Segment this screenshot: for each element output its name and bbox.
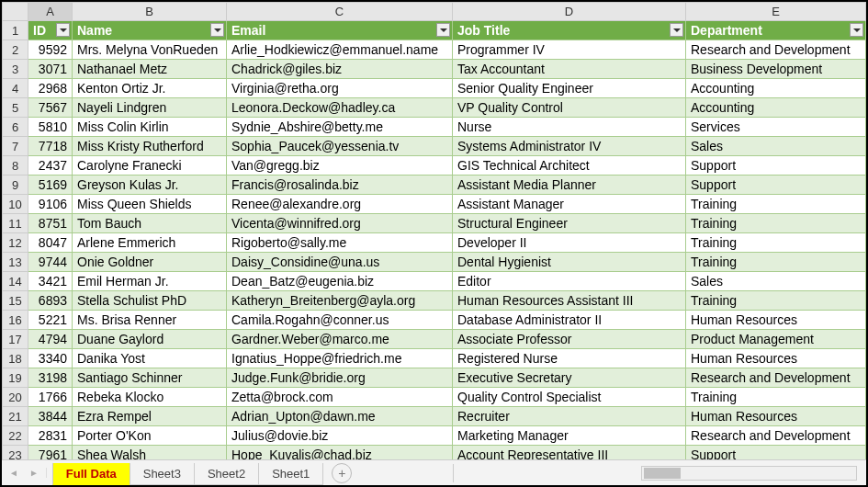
- cell-email[interactable]: Judge.Funk@bridie.org: [227, 368, 453, 388]
- cell-dept[interactable]: Support: [686, 176, 866, 195]
- row-heading[interactable]: 19: [3, 368, 28, 388]
- cell-id[interactable]: 8047: [28, 233, 73, 253]
- cell-dept[interactable]: Services: [686, 118, 866, 137]
- cell-name[interactable]: Nayeli Lindgren: [73, 98, 227, 118]
- cell-name[interactable]: Nathanael Metz: [73, 60, 227, 79]
- cell-id[interactable]: 5810: [28, 118, 73, 137]
- cell-name[interactable]: Stella Schulist PhD: [73, 291, 227, 311]
- cell-email[interactable]: Adrian_Upton@dawn.me: [227, 407, 453, 426]
- sheet-tab[interactable]: Sheet1: [258, 463, 323, 485]
- row-heading[interactable]: 5: [3, 98, 28, 118]
- cell-email[interactable]: Francis@rosalinda.biz: [227, 176, 453, 195]
- cell-dept[interactable]: Support: [686, 156, 866, 176]
- cell-job[interactable]: GIS Technical Architect: [453, 156, 686, 176]
- cell-job[interactable]: Programmer IV: [453, 40, 686, 60]
- filter-dropdown-icon[interactable]: [436, 23, 450, 37]
- cell-id[interactable]: 1766: [28, 388, 73, 407]
- sheet-nav-arrows[interactable]: ◄ ►: [2, 468, 47, 478]
- cell-job[interactable]: Associate Professor: [453, 330, 686, 349]
- cell-id[interactable]: 3071: [28, 60, 73, 79]
- cell-email[interactable]: Rigoberto@sally.me: [227, 233, 453, 253]
- cell-name[interactable]: Miss Kristy Rutherford: [73, 137, 227, 156]
- cell-job[interactable]: Executive Secretary: [453, 368, 686, 388]
- cell-email[interactable]: Ignatius_Hoppe@friedrich.me: [227, 349, 453, 368]
- cell-id[interactable]: 7567: [28, 98, 73, 118]
- cell-dept[interactable]: Research and Development: [686, 368, 866, 388]
- cell-job[interactable]: Registered Nurse: [453, 349, 686, 368]
- cell-dept[interactable]: Human Resources: [686, 311, 866, 330]
- cell-name[interactable]: Tom Bauch: [73, 214, 227, 233]
- cell-email[interactable]: Renee@alexandre.org: [227, 195, 453, 214]
- row-heading[interactable]: 17: [3, 330, 28, 349]
- row-heading[interactable]: 16: [3, 311, 28, 330]
- cell-email[interactable]: Camila.Rogahn@conner.us: [227, 311, 453, 330]
- cell-dept[interactable]: Training: [686, 388, 866, 407]
- row-heading[interactable]: 9: [3, 176, 28, 195]
- cell-name[interactable]: Arlene Emmerich: [73, 233, 227, 253]
- cell-id[interactable]: 3844: [28, 407, 73, 426]
- horizontal-scrollbar[interactable]: [641, 466, 857, 481]
- header-cell-email[interactable]: Email: [227, 21, 453, 40]
- cell-email[interactable]: Julius@dovie.biz: [227, 426, 453, 446]
- cell-email[interactable]: Zetta@brock.com: [227, 388, 453, 407]
- cell-job[interactable]: Marketing Manager: [453, 426, 686, 446]
- cell-job[interactable]: Assistant Manager: [453, 195, 686, 214]
- cell-dept[interactable]: Business Development: [686, 60, 866, 79]
- cell-job[interactable]: Tax Accountant: [453, 60, 686, 79]
- cell-name[interactable]: Duane Gaylord: [73, 330, 227, 349]
- cell-job[interactable]: Quality Control Specialist: [453, 388, 686, 407]
- cell-dept[interactable]: Training: [686, 233, 866, 253]
- row-heading[interactable]: 12: [3, 233, 28, 253]
- cell-name[interactable]: Santiago Schinner: [73, 368, 227, 388]
- cell-id[interactable]: 5169: [28, 176, 73, 195]
- cell-name[interactable]: Ms. Brisa Renner: [73, 311, 227, 330]
- cell-job[interactable]: Systems Administrator IV: [453, 137, 686, 156]
- cell-dept[interactable]: Training: [686, 195, 866, 214]
- cell-dept[interactable]: Research and Development: [686, 40, 866, 60]
- cell-id[interactable]: 3340: [28, 349, 73, 368]
- cell-name[interactable]: Porter O'Kon: [73, 426, 227, 446]
- cell-email[interactable]: Leonora.Deckow@hadley.ca: [227, 98, 453, 118]
- cell-job[interactable]: Human Resources Assistant III: [453, 291, 686, 311]
- cell-name[interactable]: Greyson Kulas Jr.: [73, 176, 227, 195]
- row-heading[interactable]: 10: [3, 195, 28, 214]
- cell-name[interactable]: Onie Goldner: [73, 253, 227, 272]
- cell-email[interactable]: Arlie_Hodkiewicz@emmanuel.name: [227, 40, 453, 60]
- col-heading-b[interactable]: B: [73, 3, 227, 21]
- cell-id[interactable]: 3198: [28, 368, 73, 388]
- cell-dept[interactable]: Training: [686, 253, 866, 272]
- cell-name[interactable]: Rebeka Klocko: [73, 388, 227, 407]
- cell-id[interactable]: 7961: [28, 446, 73, 460]
- cell-id[interactable]: 8751: [28, 214, 73, 233]
- cell-dept[interactable]: Training: [686, 291, 866, 311]
- cell-job[interactable]: Nurse: [453, 118, 686, 137]
- cell-email[interactable]: Sophia_Paucek@yessenia.tv: [227, 137, 453, 156]
- header-cell-id[interactable]: ID: [28, 21, 73, 40]
- cell-job[interactable]: Database Administrator II: [453, 311, 686, 330]
- row-heading[interactable]: 6: [3, 118, 28, 137]
- cell-email[interactable]: Vicenta@winnifred.org: [227, 214, 453, 233]
- row-heading[interactable]: 4: [3, 79, 28, 98]
- cell-dept[interactable]: Accounting: [686, 79, 866, 98]
- cell-name[interactable]: Emil Herman Jr.: [73, 272, 227, 291]
- cell-job[interactable]: VP Quality Control: [453, 98, 686, 118]
- cell-name[interactable]: Miss Queen Shields: [73, 195, 227, 214]
- row-heading[interactable]: 15: [3, 291, 28, 311]
- cell-name[interactable]: Ezra Rempel: [73, 407, 227, 426]
- cell-dept[interactable]: Human Resources: [686, 407, 866, 426]
- cell-name[interactable]: Carolyne Franecki: [73, 156, 227, 176]
- row-heading[interactable]: 7: [3, 137, 28, 156]
- filter-dropdown-icon[interactable]: [56, 23, 70, 37]
- col-heading-c[interactable]: C: [227, 3, 453, 21]
- cell-id[interactable]: 2437: [28, 156, 73, 176]
- cell-dept[interactable]: Research and Development: [686, 426, 866, 446]
- row-heading[interactable]: 2: [3, 40, 28, 60]
- cell-dept[interactable]: Training: [686, 214, 866, 233]
- select-all-corner[interactable]: [3, 3, 28, 21]
- sheet-tab-active[interactable]: Full Data: [52, 463, 130, 485]
- cell-job[interactable]: Developer II: [453, 233, 686, 253]
- cell-email[interactable]: Sydnie_Abshire@betty.me: [227, 118, 453, 137]
- cell-dept[interactable]: Sales: [686, 272, 866, 291]
- cell-name[interactable]: Danika Yost: [73, 349, 227, 368]
- cell-id[interactable]: 9106: [28, 195, 73, 214]
